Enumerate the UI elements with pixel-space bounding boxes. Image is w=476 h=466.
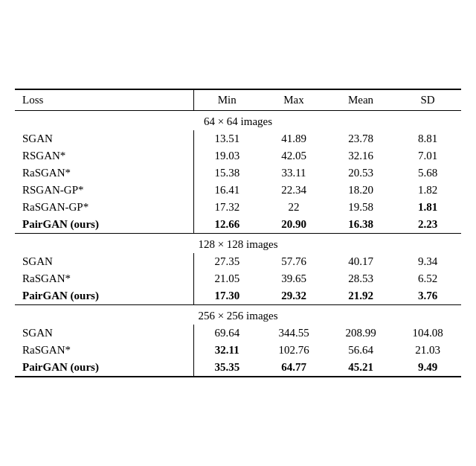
cell-mean: 28.53 xyxy=(327,270,394,287)
cell-min: 19.03 xyxy=(193,147,260,165)
table-row: SGAN 69.64 344.55 208.99 104.08 xyxy=(15,325,461,342)
section-title: 256 × 256 images xyxy=(15,305,461,325)
cell-mean: 21.92 xyxy=(327,287,394,305)
cell-mean: 208.99 xyxy=(327,325,394,342)
cell-loss: PairGAN (ours) xyxy=(15,216,193,234)
cell-mean: 40.17 xyxy=(327,253,394,270)
cell-sd: 9.49 xyxy=(394,359,461,377)
cell-min: 21.05 xyxy=(193,270,260,287)
table-row: RaSGAN* 32.11 102.76 56.64 21.03 xyxy=(15,342,461,359)
cell-min: 17.32 xyxy=(193,199,260,216)
cell-loss: RSGAN-GP* xyxy=(15,182,193,199)
cell-min: 69.64 xyxy=(193,325,260,342)
header-sd: SD xyxy=(394,89,461,111)
cell-max: 102.76 xyxy=(260,342,327,359)
header-min: Min xyxy=(193,89,260,111)
cell-min: 27.35 xyxy=(193,253,260,270)
cell-loss: RaSGAN* xyxy=(15,270,193,287)
table-row: SGAN 27.35 57.76 40.17 9.34 xyxy=(15,253,461,270)
cell-sd: 3.76 xyxy=(394,287,461,305)
cell-sd: 2.23 xyxy=(394,216,461,234)
section-title-row: 256 × 256 images xyxy=(15,305,461,325)
cell-loss: SGAN xyxy=(15,253,193,270)
cell-mean: 18.20 xyxy=(327,182,394,199)
cell-max: 57.76 xyxy=(260,253,327,270)
table-row: PairGAN (ours) 12.66 20.90 16.38 2.23 xyxy=(15,216,461,234)
table-row: RSGAN-GP* 16.41 22.34 18.20 1.82 xyxy=(15,182,461,199)
cell-max: 39.65 xyxy=(260,270,327,287)
cell-sd: 1.81 xyxy=(394,199,461,216)
cell-min: 32.11 xyxy=(193,342,260,359)
cell-sd: 21.03 xyxy=(394,342,461,359)
cell-min: 15.38 xyxy=(193,165,260,182)
header-max: Max xyxy=(260,89,327,111)
header-mean: Mean xyxy=(327,89,394,111)
cell-mean: 45.21 xyxy=(327,359,394,377)
section-title-row: 128 × 128 images xyxy=(15,234,461,254)
cell-mean: 16.38 xyxy=(327,216,394,234)
table-header: Loss Min Max Mean SD xyxy=(15,89,461,111)
cell-sd: 104.08 xyxy=(394,325,461,342)
cell-sd: 7.01 xyxy=(394,147,461,165)
cell-sd: 9.34 xyxy=(394,253,461,270)
cell-max: 64.77 xyxy=(260,359,327,377)
cell-max: 42.05 xyxy=(260,147,327,165)
cell-min: 17.30 xyxy=(193,287,260,305)
table-row: RaSGAN* 15.38 33.11 20.53 5.68 xyxy=(15,165,461,182)
table-row: PairGAN (ours) 35.35 64.77 45.21 9.49 xyxy=(15,359,461,377)
cell-max: 29.32 xyxy=(260,287,327,305)
cell-loss: PairGAN (ours) xyxy=(15,287,193,305)
table-row: PairGAN (ours) 17.30 29.32 21.92 3.76 xyxy=(15,287,461,305)
cell-max: 22.34 xyxy=(260,182,327,199)
cell-max: 41.89 xyxy=(260,130,327,147)
cell-mean: 23.78 xyxy=(327,130,394,147)
cell-sd: 5.68 xyxy=(394,165,461,182)
cell-loss: RaSGAN* xyxy=(15,342,193,359)
cell-mean: 56.64 xyxy=(327,342,394,359)
table-row: SGAN 13.51 41.89 23.78 8.81 xyxy=(15,130,461,147)
cell-mean: 32.16 xyxy=(327,147,394,165)
section-title-row: 64 × 64 images xyxy=(15,111,461,131)
cell-max: 344.55 xyxy=(260,325,327,342)
cell-max: 20.90 xyxy=(260,216,327,234)
cell-loss: RSGAN* xyxy=(15,147,193,165)
cell-mean: 20.53 xyxy=(327,165,394,182)
cell-sd: 1.82 xyxy=(394,182,461,199)
section-title: 64 × 64 images xyxy=(15,111,461,131)
cell-loss: RaSGAN* xyxy=(15,165,193,182)
table-row: RaSGAN* 21.05 39.65 28.53 6.52 xyxy=(15,270,461,287)
table-row: RaSGAN-GP* 17.32 22 19.58 1.81 xyxy=(15,199,461,216)
cell-loss: SGAN xyxy=(15,130,193,147)
cell-sd: 8.81 xyxy=(394,130,461,147)
cell-max: 22 xyxy=(260,199,327,216)
cell-min: 35.35 xyxy=(193,359,260,377)
cell-min: 16.41 xyxy=(193,182,260,199)
cell-mean: 19.58 xyxy=(327,199,394,216)
results-table: Loss Min Max Mean SD 64 × 64 images SGAN… xyxy=(15,89,461,377)
cell-min: 13.51 xyxy=(193,130,260,147)
table-row: RSGAN* 19.03 42.05 32.16 7.01 xyxy=(15,147,461,165)
cell-loss: RaSGAN-GP* xyxy=(15,199,193,216)
cell-loss: SGAN xyxy=(15,325,193,342)
cell-max: 33.11 xyxy=(260,165,327,182)
cell-min: 12.66 xyxy=(193,216,260,234)
header-loss: Loss xyxy=(15,89,193,111)
cell-loss: PairGAN (ours) xyxy=(15,359,193,377)
section-title: 128 × 128 images xyxy=(15,234,461,254)
cell-sd: 6.52 xyxy=(394,270,461,287)
